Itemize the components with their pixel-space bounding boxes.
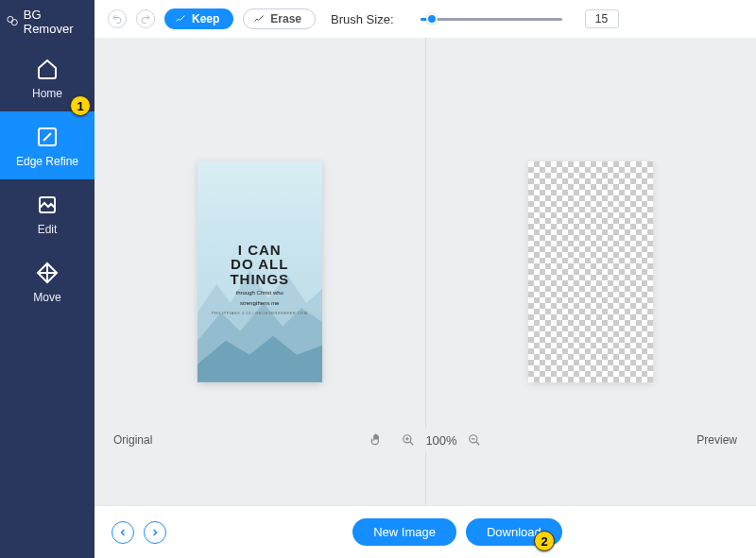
original-label: Original	[113, 433, 369, 447]
sidebar-item-label: Move	[33, 291, 60, 304]
image-text-credit: PHILIPPIANS 4:13 | BELIEVERSREFER.COM	[207, 311, 313, 315]
pan-hand-button[interactable]	[369, 432, 384, 448]
keep-label: Keep	[192, 12, 219, 25]
image-text-sub2: strengthens me	[207, 300, 313, 308]
workspace: I CAN DO ALL THINGS through Christ who s…	[94, 38, 756, 505]
prev-page-button[interactable]	[112, 521, 134, 544]
slider-thumb[interactable]	[426, 13, 438, 25]
bottom-bar: New Image Download	[94, 505, 756, 558]
next-page-button[interactable]	[144, 521, 166, 544]
sidebar-item-edit[interactable]: Edit	[0, 179, 94, 247]
preview-label: Preview	[482, 433, 737, 447]
undo-button[interactable]	[108, 9, 127, 28]
panel-labels-row: Original 100% Preview	[94, 428, 756, 452]
move-icon	[35, 261, 60, 285]
edit-icon	[35, 193, 60, 217]
brush-size-value[interactable]: 15	[585, 9, 619, 28]
app-title: BG Remover	[24, 8, 89, 36]
erase-button[interactable]: Erase	[243, 8, 316, 29]
keep-button[interactable]: Keep	[164, 8, 233, 29]
zoom-controls: 100%	[369, 432, 481, 448]
image-text-line1: I CAN	[207, 243, 313, 258]
brush-size-slider[interactable]	[421, 11, 562, 26]
app-title-bar: BG Remover	[0, 0, 94, 43]
image-text-line2: DO ALL	[207, 257, 313, 272]
logo-icon	[6, 14, 20, 29]
image-text-sub1: through Christ who	[207, 290, 313, 297]
new-image-button[interactable]: New Image	[352, 518, 456, 546]
sidebar-item-label: Edge Refine	[16, 155, 78, 168]
sidebar-item-edge-refine[interactable]: Edge Refine	[0, 111, 94, 179]
svg-point-1	[11, 20, 17, 25]
image-text-line3: THINGS	[207, 272, 313, 287]
sidebar: BG Remover Home Edge Refine Edit Move	[0, 0, 94, 558]
zoom-value: 100%	[425, 433, 456, 448]
main-area: Keep Erase Brush Size: 15	[94, 0, 756, 558]
annotation-2: 2	[534, 531, 555, 551]
svg-point-0	[8, 16, 13, 22]
zoom-out-button[interactable]	[467, 432, 482, 448]
annotation-1: 1	[70, 95, 91, 116]
sidebar-item-label: Edit	[38, 223, 58, 236]
toolbar: Keep Erase Brush Size: 15	[94, 0, 756, 38]
original-image[interactable]: I CAN DO ALL THINGS through Christ who s…	[198, 161, 322, 382]
image-text-overlay: I CAN DO ALL THINGS through Christ who s…	[198, 243, 322, 316]
redo-button[interactable]	[136, 9, 155, 28]
preview-image[interactable]	[528, 161, 653, 382]
sidebar-item-label: Home	[32, 87, 62, 100]
erase-label: Erase	[270, 12, 301, 25]
home-icon	[35, 57, 60, 81]
zoom-in-button[interactable]	[401, 432, 416, 448]
app-root: BG Remover Home Edge Refine Edit Move	[0, 0, 756, 558]
edge-refine-icon	[35, 125, 60, 149]
sidebar-item-move[interactable]: Move	[0, 247, 94, 315]
brush-size-label: Brush Size:	[331, 12, 393, 26]
